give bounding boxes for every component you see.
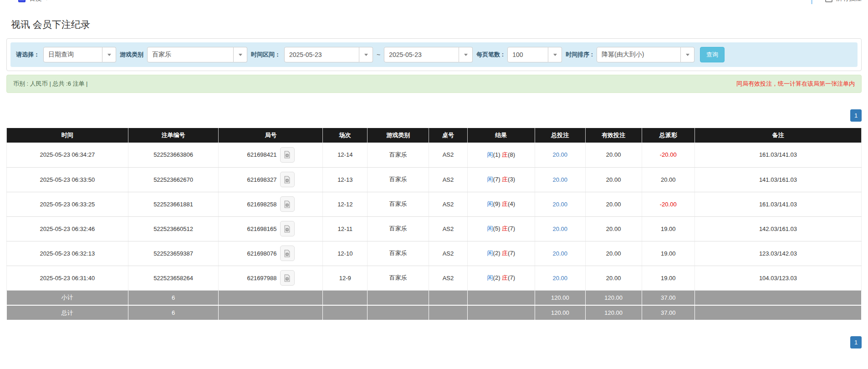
- cell-remark: 104.03/123.03: [694, 266, 861, 290]
- video-replay-button[interactable]: [280, 221, 295, 236]
- video-replay-button[interactable]: [280, 270, 295, 286]
- chevron-down-icon[interactable]: [359, 47, 373, 62]
- column-header-4: 游戏类别: [368, 128, 429, 143]
- query-type-select[interactable]: 日期查询: [43, 47, 116, 62]
- page-size-select[interactable]: 100: [507, 47, 562, 62]
- pagination-page-1-top[interactable]: 1: [850, 109, 862, 122]
- column-header-2: 局号: [219, 128, 323, 143]
- game-type-select[interactable]: 百家乐: [147, 47, 247, 62]
- sort-order-select[interactable]: 降冪(由大到小): [597, 47, 694, 62]
- date-to-select[interactable]: 2025-05-23: [384, 47, 473, 62]
- result-player-label: 闲: [487, 250, 493, 256]
- cell-total-bet[interactable]: 20.00: [535, 192, 585, 216]
- top-right-fragment[interactable]: 所有投注: [825, 0, 862, 3]
- cell-total-bet[interactable]: 20.00: [535, 266, 585, 290]
- time-range-label: 时间区间：: [251, 51, 281, 59]
- result-player-label: 闲: [487, 151, 493, 158]
- total-row: 总计6120.00120.0037.00: [7, 305, 862, 320]
- cell-round-id: 621698165: [219, 216, 323, 241]
- cell-payout: 19.00: [642, 216, 694, 241]
- summary-empty: [694, 305, 861, 320]
- cell-valid-bet: 20.00: [585, 216, 642, 241]
- table-row: 2025-05-23 06:33:50522523662670621698327…: [7, 167, 862, 192]
- summary-empty: [368, 290, 429, 305]
- result-banker-label: 庄: [502, 225, 508, 232]
- cell-session: 12-11: [323, 216, 368, 241]
- chevron-down-icon[interactable]: [459, 47, 473, 62]
- result-player-score: (9): [493, 200, 500, 207]
- cell-time: 2025-05-23 06:33:25: [7, 192, 128, 216]
- table-header-row: 时间注单编号局号场次游戏类别桌号结果总投注有效投注总派彩备注: [7, 128, 862, 143]
- cell-game-type: 百家乐: [368, 143, 429, 167]
- chevron-down-icon[interactable]: [681, 47, 694, 62]
- chevron-down-icon[interactable]: [102, 47, 116, 62]
- cell-bet-id: 522523659387: [128, 241, 219, 266]
- cell-valid-bet: 20.00: [585, 241, 642, 266]
- video-replay-button[interactable]: [280, 172, 295, 187]
- cell-table-code: AS2: [429, 143, 467, 167]
- filter-panel: 请选择： 日期查询 游戏类别 百家乐 时间区间： 2025-05-23 ~ 20…: [6, 38, 862, 71]
- cell-result: 闲(5) 庄(7): [467, 216, 535, 241]
- query-type-value: 日期查询: [43, 47, 102, 62]
- chevron-down-icon[interactable]: [234, 47, 247, 62]
- result-banker-score: (3): [508, 176, 515, 183]
- query-type-label: 请选择：: [16, 51, 40, 59]
- column-header-7: 总投注: [535, 128, 585, 143]
- cell-payout: 19.00: [642, 241, 694, 266]
- menu-icon: [825, 0, 832, 2]
- cell-total-bet[interactable]: 20.00: [535, 216, 585, 241]
- column-header-1: 注单编号: [128, 128, 219, 143]
- result-player-label: 闲: [487, 200, 493, 207]
- pagination-page-1-bottom[interactable]: 1: [850, 336, 862, 348]
- currency-summary-text: 币别 : 人民币 | 总共 :6 注单 |: [13, 80, 88, 88]
- column-header-5: 桌号: [429, 128, 467, 143]
- summary-empty: [368, 305, 429, 320]
- cell-remark: 161.03/141.03: [694, 192, 861, 216]
- video-replay-button[interactable]: [280, 196, 295, 212]
- cell-remark: 141.03/161.03: [694, 167, 861, 192]
- cell-payout: -20.00: [642, 192, 694, 216]
- date-from-value: 2025-05-23: [284, 47, 359, 62]
- summary-total-bet: 120.00: [535, 290, 585, 305]
- video-replay-button[interactable]: [280, 147, 295, 163]
- cell-time: 2025-05-23 06:34:27: [7, 143, 128, 167]
- top-left-fragment[interactable]: 百度 ▾: [18, 0, 48, 3]
- cell-remark: 142.03/161.03: [694, 216, 861, 241]
- sort-order-label: 时间排序 :: [566, 51, 593, 59]
- cell-total-bet[interactable]: 20.00: [535, 241, 585, 266]
- date-range-tilde: ~: [377, 51, 380, 58]
- cell-total-bet[interactable]: 20.00: [535, 167, 585, 192]
- summary-payout: 37.00: [642, 290, 694, 305]
- video-file-icon: [283, 176, 291, 184]
- cell-session: 12-13: [323, 167, 368, 192]
- filter-bar: 请选择： 日期查询 游戏类别 百家乐 时间区间： 2025-05-23 ~ 20…: [10, 42, 858, 67]
- table-row: 2025-05-23 06:34:27522523663806621698421…: [7, 143, 862, 167]
- table-row: 2025-05-23 06:32:13522523659387621698076…: [7, 241, 862, 266]
- video-file-icon: [283, 225, 291, 233]
- result-banker-score: (8): [508, 151, 515, 158]
- cell-payout: 19.00: [642, 266, 694, 290]
- search-button[interactable]: 查询: [700, 47, 725, 62]
- column-header-10: 备注: [694, 128, 861, 143]
- summary-count: 6: [128, 305, 219, 320]
- cell-bet-id: 522523663806: [128, 143, 219, 167]
- video-replay-button[interactable]: [280, 246, 295, 261]
- game-type-label: 游戏类别: [120, 51, 143, 59]
- result-banker-label: 庄: [502, 151, 508, 158]
- table-row: 2025-05-23 06:32:46522523660512621698165…: [7, 216, 862, 241]
- cell-table-code: AS2: [429, 192, 467, 216]
- video-file-icon: [283, 250, 291, 257]
- round-id-text: 621698076: [247, 250, 276, 257]
- top-divider: [811, 0, 812, 4]
- cell-total-bet[interactable]: 20.00: [535, 143, 585, 167]
- cell-time: 2025-05-23 06:33:50: [7, 167, 128, 192]
- summary-empty: [323, 290, 368, 305]
- summary-empty: [219, 305, 323, 320]
- cell-time: 2025-05-23 06:32:46: [7, 216, 128, 241]
- cell-game-type: 百家乐: [368, 192, 429, 216]
- date-from-select[interactable]: 2025-05-23: [284, 47, 373, 62]
- summary-bar: 币别 : 人民币 | 总共 :6 注单 | 同局有效投注，统一计算在该局第一张注…: [6, 75, 862, 93]
- chevron-down-icon[interactable]: [548, 47, 562, 62]
- page-size-label: 每页笔数 :: [476, 51, 504, 59]
- cell-session: 12-9: [323, 266, 368, 290]
